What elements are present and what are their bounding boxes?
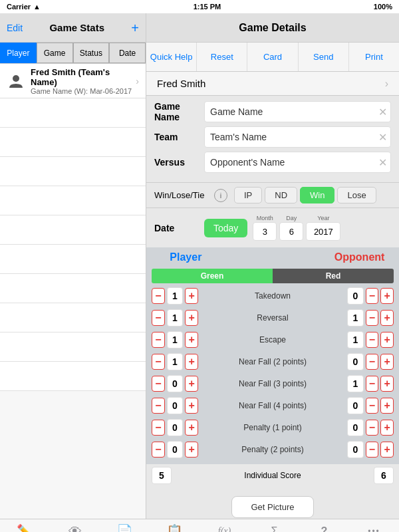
tab-bar: Player Game Status Date: [0, 43, 146, 64]
opponent-plus-7[interactable]: +: [380, 442, 394, 458]
ip-button[interactable]: IP: [234, 187, 262, 203]
opponent-plus-3[interactable]: +: [380, 354, 394, 370]
team-row: Team Team's Name ✕: [154, 126, 391, 148]
bottom-tab-add-award[interactable]: 📋 Add Award: [150, 519, 200, 532]
get-picture-button[interactable]: Get Picture: [231, 496, 313, 518]
green-bar: Green: [152, 269, 273, 283]
player-plus-0[interactable]: +: [185, 288, 198, 304]
score-rows: − 1 + Takedown 0 − +: [146, 285, 399, 463]
player-minus-5[interactable]: −: [152, 398, 165, 414]
status-bar: Carrier ▲ 1:15 PM 100%: [0, 0, 399, 13]
export-tab-icon: Σ: [271, 525, 278, 532]
tab-game[interactable]: Game: [37, 43, 73, 63]
team-label: Team: [154, 132, 204, 142]
player-minus-3[interactable]: −: [152, 354, 165, 370]
player-chevron-icon: ›: [136, 76, 139, 86]
list-item: [0, 215, 146, 245]
opponent-value-1: 1: [347, 309, 364, 327]
month-input[interactable]: [253, 222, 277, 241]
player-minus-2[interactable]: −: [152, 332, 165, 348]
player-list-item[interactable]: Fred Smith (Team's Name) Game Name (W): …: [0, 64, 146, 98]
player-plus-6[interactable]: +: [185, 420, 198, 436]
opponent-plus-4[interactable]: +: [380, 376, 394, 392]
bottom-tab-reference[interactable]: ? Reference: [299, 519, 349, 532]
card-button[interactable]: Card: [247, 43, 298, 71]
info-icon[interactable]: i: [214, 189, 227, 202]
quick-help-button[interactable]: Quick Help: [146, 43, 197, 71]
bottom-tab-add-player[interactable]: 📄 Add Player: [100, 519, 150, 532]
individual-player-value: 5: [152, 467, 198, 484]
today-button[interactable]: Today: [204, 219, 247, 237]
player-minus-1[interactable]: −: [152, 310, 165, 326]
table-row: − 0 + Near Fall (4 points) 0 − +: [152, 396, 394, 416]
action-name-7: Penalty (2 points): [198, 445, 347, 454]
versus-input[interactable]: Opponent's Name ✕: [204, 152, 391, 173]
year-input[interactable]: [306, 222, 340, 241]
opponent-controls-6: 0 − +: [347, 419, 394, 436]
send-button[interactable]: Send: [299, 43, 349, 71]
add-button[interactable]: +: [131, 21, 139, 35]
reset-button[interactable]: Reset: [197, 43, 247, 71]
opponent-minus-4[interactable]: −: [366, 376, 379, 392]
opponent-minus-5[interactable]: −: [366, 398, 379, 414]
game-name-clear-icon[interactable]: ✕: [378, 106, 387, 118]
edit-button[interactable]: Edit: [7, 23, 23, 33]
opponent-plus-1[interactable]: +: [380, 310, 394, 326]
list-item: [0, 303, 146, 332]
opponent-value-7: 0: [347, 441, 364, 458]
list-item: [0, 245, 146, 274]
player-plus-4[interactable]: +: [185, 376, 198, 392]
player-minus-7[interactable]: −: [152, 442, 165, 458]
opponent-plus-6[interactable]: +: [380, 420, 394, 436]
player-value-2: 1: [167, 331, 184, 348]
color-bar: Green Red: [146, 267, 399, 285]
player-minus-0[interactable]: −: [152, 288, 165, 304]
player-plus-7[interactable]: +: [185, 442, 198, 458]
print-button[interactable]: Print: [349, 43, 399, 71]
lose-button[interactable]: Lose: [337, 187, 376, 203]
opponent-minus-2[interactable]: −: [366, 332, 379, 348]
player-plus-2[interactable]: +: [185, 332, 198, 348]
table-row: − 0 + Penalty (1 point) 0 − +: [152, 418, 394, 438]
player-plus-3[interactable]: +: [185, 354, 198, 370]
versus-clear-icon[interactable]: ✕: [378, 156, 387, 169]
bottom-tab-more[interactable]: ••• More: [349, 519, 399, 532]
bottom-tab-stats[interactable]: f(x) Stats: [200, 519, 249, 532]
opponent-minus-6[interactable]: −: [366, 420, 379, 436]
player-minus-6[interactable]: −: [152, 420, 165, 436]
bottom-tab-game[interactable]: ✏️ Game: [0, 519, 50, 532]
tab-status[interactable]: Status: [73, 43, 110, 63]
player-plus-1[interactable]: +: [185, 310, 198, 326]
player-controls-6: − 0 +: [152, 419, 198, 436]
team-input[interactable]: Team's Name ✕: [204, 126, 391, 148]
right-header: Game Details: [146, 13, 399, 43]
bottom-tab-export[interactable]: Σ Export: [249, 519, 299, 532]
tab-player[interactable]: Player: [0, 43, 37, 63]
opponent-minus-0[interactable]: −: [366, 288, 379, 304]
action-name-1: Reversal: [198, 313, 347, 323]
player-controls-2: − 1 +: [152, 331, 198, 348]
opponent-minus-3[interactable]: −: [366, 354, 379, 370]
win-button[interactable]: Win: [300, 187, 334, 203]
game-name-input[interactable]: Game Name ✕: [204, 101, 391, 122]
game-tab-icon: ✏️: [17, 523, 33, 532]
action-name-3: Near Fall (2 points): [198, 357, 347, 366]
bottom-tab-view[interactable]: 👁 View: [50, 519, 100, 532]
player-minus-4[interactable]: −: [152, 376, 165, 392]
win-lose-row: Win/Lose/Tie i IP ND Win Lose: [146, 182, 399, 208]
day-field-group: Day: [279, 215, 303, 241]
player-controls-5: − 0 +: [152, 397, 198, 414]
opponent-minus-1[interactable]: −: [366, 310, 379, 326]
player-plus-5[interactable]: +: [185, 398, 198, 414]
opponent-minus-7[interactable]: −: [366, 442, 379, 458]
player-info: Fred Smith (Team's Name) Game Name (W): …: [31, 67, 136, 95]
opponent-plus-5[interactable]: +: [380, 398, 394, 414]
time-label: 1:15 PM: [194, 3, 221, 11]
day-input[interactable]: [279, 222, 303, 241]
nd-button[interactable]: ND: [265, 187, 297, 203]
opponent-plus-2[interactable]: +: [380, 332, 394, 348]
team-clear-icon[interactable]: ✕: [378, 131, 387, 144]
tab-date[interactable]: Date: [109, 43, 146, 63]
versus-value: Opponent's Name: [210, 157, 285, 168]
opponent-plus-0[interactable]: +: [380, 288, 394, 304]
